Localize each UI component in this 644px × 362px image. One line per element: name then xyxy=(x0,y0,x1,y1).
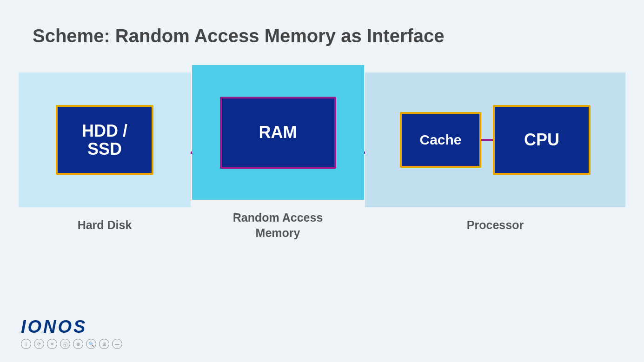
brand-icons: i ⟳ ✕ ◱ ⊕ 🔍 ⊞ — xyxy=(21,339,122,349)
ram-box: RAM xyxy=(220,97,336,169)
page: Scheme: Random Access Memory as Interfac… xyxy=(0,0,644,362)
ram-panel-label: Random AccessMemory xyxy=(233,210,323,240)
brand-icon-1: i xyxy=(21,339,31,349)
cpu-inner: Cache CPU xyxy=(400,105,591,175)
connector-hdd-ram xyxy=(191,151,192,154)
ram-background: RAM xyxy=(192,65,364,200)
cpu-background: Cache CPU xyxy=(365,72,625,207)
connector-cache-cpu xyxy=(481,139,493,141)
panel-ram: RAM Random AccessMemory xyxy=(192,65,364,240)
brand-icon-6: 🔍 xyxy=(86,339,96,349)
connector-ram-cpu xyxy=(364,151,365,154)
cpu-box: CPU xyxy=(493,105,591,175)
cpu-label: CPU xyxy=(524,130,559,150)
diagram: HDD /SSD Hard Disk RAM Random AccessMemo… xyxy=(19,65,625,240)
brand-icon-5: ⊕ xyxy=(73,339,83,349)
brand-icon-2: ⟳ xyxy=(34,339,44,349)
hdd-label: HDD /SSD xyxy=(82,122,127,158)
brand-icon-7: ⊞ xyxy=(99,339,109,349)
cache-box: Cache xyxy=(400,112,481,168)
page-title: Scheme: Random Access Memory as Interfac… xyxy=(33,26,625,46)
brand: IONOS i ⟳ ✕ ◱ ⊕ 🔍 ⊞ — xyxy=(21,317,122,349)
hdd-panel-label: Hard Disk xyxy=(78,217,132,233)
brand-icon-3: ✕ xyxy=(47,339,57,349)
brand-icon-8: — xyxy=(112,339,122,349)
cache-label: Cache xyxy=(419,132,461,148)
brand-text: IONOS xyxy=(21,317,122,337)
hdd-background: HDD /SSD xyxy=(19,72,191,207)
ram-label: RAM xyxy=(259,123,297,142)
panel-hdd: HDD /SSD Hard Disk xyxy=(19,72,191,233)
cpu-panel-label: Processor xyxy=(467,217,524,233)
hdd-box: HDD /SSD xyxy=(56,105,153,175)
panel-cpu: Cache CPU Processor xyxy=(365,72,625,233)
brand-icon-4: ◱ xyxy=(60,339,70,349)
